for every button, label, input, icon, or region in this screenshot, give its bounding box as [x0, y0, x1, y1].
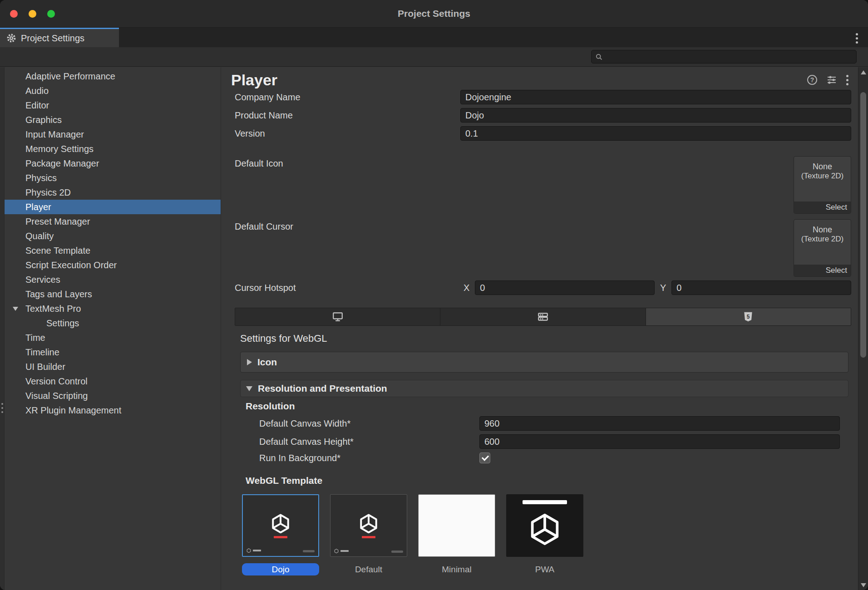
header-icons: [807, 74, 848, 85]
sidebar-item-label: Editor: [25, 100, 49, 110]
product-name-input[interactable]: [460, 108, 851, 123]
texture-select-button[interactable]: Select: [794, 265, 851, 276]
svg-text:5: 5: [747, 314, 750, 320]
sidebar-item-timeline[interactable]: Timeline: [5, 345, 221, 359]
sidebar-item-scene-template[interactable]: Scene Template: [5, 243, 221, 258]
sidebar-item-physics[interactable]: Physics: [5, 171, 221, 185]
sidebar-item-label: UI Builder: [25, 362, 65, 372]
page-title: Player: [231, 71, 277, 89]
help-icon[interactable]: [807, 75, 817, 85]
sidebar-item-script-execution-order[interactable]: Script Execution Order: [5, 258, 221, 272]
sidebar-item-physics-2d[interactable]: Physics 2D: [5, 185, 221, 200]
sidebar-item-visual-scripting[interactable]: Visual Scripting: [5, 388, 221, 403]
canvas-height-input[interactable]: [479, 434, 840, 449]
unity-wordmark-icon: [247, 548, 261, 553]
standalone-monitor-icon: [331, 311, 344, 323]
vertical-scrollbar[interactable]: [858, 67, 868, 590]
unity-cube-icon: [528, 512, 561, 545]
sidebar-item-label: TextMesh Pro: [25, 304, 81, 314]
texture-select-button[interactable]: Select: [794, 202, 851, 213]
sidebar-item-adaptive-performance[interactable]: Adaptive Performance: [5, 69, 221, 84]
sidebar-item-package-manager[interactable]: Package Manager: [5, 156, 221, 171]
hotspot-y-input[interactable]: [671, 280, 851, 295]
panel-kebab-menu-icon[interactable]: [846, 79, 848, 81]
sidebar-item-label: Tags and Layers: [25, 289, 92, 299]
window-title: Project Settings: [398, 8, 470, 19]
run-in-background-checkbox[interactable]: [479, 452, 490, 463]
sidebar-item-label: Settings: [46, 318, 79, 328]
sidebar-item-tags-and-layers[interactable]: Tags and Layers: [5, 287, 221, 301]
product-name-label: Product Name: [235, 110, 460, 121]
version-input[interactable]: [460, 126, 851, 141]
hotspot-y-label: Y: [660, 283, 666, 293]
template-name: Dojo: [242, 563, 319, 575]
sidebar-item-label: Player: [25, 202, 51, 212]
tab-strip: Project Settings: [0, 28, 868, 47]
resize-grip-icon[interactable]: [1, 403, 3, 405]
template-card-dojo[interactable]: Dojo: [242, 494, 319, 575]
texture-type-label: (Texture 2D): [794, 235, 851, 244]
unity-cube-icon: [359, 513, 379, 533]
sidebar-item-version-control[interactable]: Version Control: [5, 374, 221, 388]
sidebar-item-label: Audio: [25, 86, 49, 96]
template-card-default[interactable]: Default: [330, 494, 407, 575]
sidebar-item-quality[interactable]: Quality: [5, 229, 221, 243]
resolution-presentation-foldout[interactable]: Resolution and Presentation: [240, 380, 848, 397]
platform-tab-standalone[interactable]: [235, 308, 440, 325]
sidebar-item-audio[interactable]: Audio: [5, 84, 221, 98]
sidebar-item-graphics[interactable]: Graphics: [5, 113, 221, 127]
sidebar-item-ui-builder[interactable]: UI Builder: [5, 359, 221, 374]
sidebar-item-services[interactable]: Services: [5, 272, 221, 287]
webgl-template-cards: Dojo: [242, 494, 851, 575]
default-cursor-texture-picker[interactable]: None (Texture 2D) Select: [794, 219, 851, 277]
template-card-pwa[interactable]: PWA: [506, 494, 583, 575]
partner-logo-icon: [391, 551, 403, 553]
sidebar-item-label: Scene Template: [25, 246, 90, 256]
project-settings-window: Project Settings Project Settings: [0, 0, 868, 590]
template-thumbnail: [242, 494, 319, 557]
sidebar-item-editor[interactable]: Editor: [5, 98, 221, 113]
sidebar-item-memory-settings[interactable]: Memory Settings: [5, 142, 221, 156]
resolution-presentation-title: Resolution and Presentation: [258, 383, 387, 394]
search-input[interactable]: [606, 52, 853, 62]
sidebar-item-label: Physics 2D: [25, 187, 71, 197]
scrollbar-thumb[interactable]: [860, 92, 866, 358]
zoom-button[interactable]: [47, 10, 55, 18]
sidebar-item-player[interactable]: Player: [5, 200, 221, 214]
hotspot-x-input[interactable]: [475, 280, 655, 295]
company-name-row: Company Name: [235, 90, 851, 104]
player-settings-panel: Player: [221, 67, 858, 590]
tabstrip-kebab-menu-icon[interactable]: [856, 37, 858, 39]
sidebar-item-textmesh-pro[interactable]: TextMesh Pro: [5, 301, 221, 316]
company-name-input[interactable]: [460, 90, 851, 104]
default-icon-texture-picker[interactable]: None (Texture 2D) Select: [794, 156, 851, 214]
sidebar-item-preset-manager[interactable]: Preset Manager: [5, 214, 221, 229]
canvas-width-input[interactable]: [479, 416, 840, 431]
scroll-down-arrow-icon[interactable]: [858, 580, 868, 590]
sidebar-item-settings[interactable]: Settings: [5, 316, 221, 330]
sidebar-item-label: Timeline: [25, 347, 59, 357]
platform-tab-dedicated-server[interactable]: [440, 308, 646, 325]
sidebar-item-label: Graphics: [25, 115, 62, 125]
search-box[interactable]: [591, 50, 857, 64]
template-card-minimal[interactable]: Minimal: [418, 494, 495, 575]
sidebar-item-label: Visual Scripting: [25, 391, 88, 401]
company-name-label: Company Name: [235, 92, 460, 103]
sidebar-item-input-manager[interactable]: Input Manager: [5, 127, 221, 142]
partner-logo-icon: [303, 550, 315, 552]
canvas-height-label: Default Canvas Height*: [259, 437, 479, 447]
platform-tab-webgl[interactable]: 5: [646, 308, 851, 325]
icon-section-foldout[interactable]: Icon: [240, 352, 848, 373]
close-button[interactable]: [10, 10, 18, 18]
minimize-button[interactable]: [29, 10, 36, 18]
scroll-up-arrow-icon[interactable]: [858, 67, 868, 77]
foldout-expanded-icon[interactable]: [13, 307, 18, 311]
tab-project-settings[interactable]: Project Settings: [0, 28, 119, 47]
presets-sliders-icon[interactable]: [826, 74, 837, 85]
sidebar-item-time[interactable]: Time: [5, 330, 221, 345]
content-area: Adaptive PerformanceAudioEditorGraphicsI…: [0, 67, 868, 590]
sidebar-item-label: Quality: [25, 231, 54, 241]
template-name: Default: [337, 563, 400, 575]
product-name-row: Product Name: [235, 108, 851, 123]
sidebar-item-xr-plugin-management[interactable]: XR Plugin Management: [5, 403, 221, 418]
